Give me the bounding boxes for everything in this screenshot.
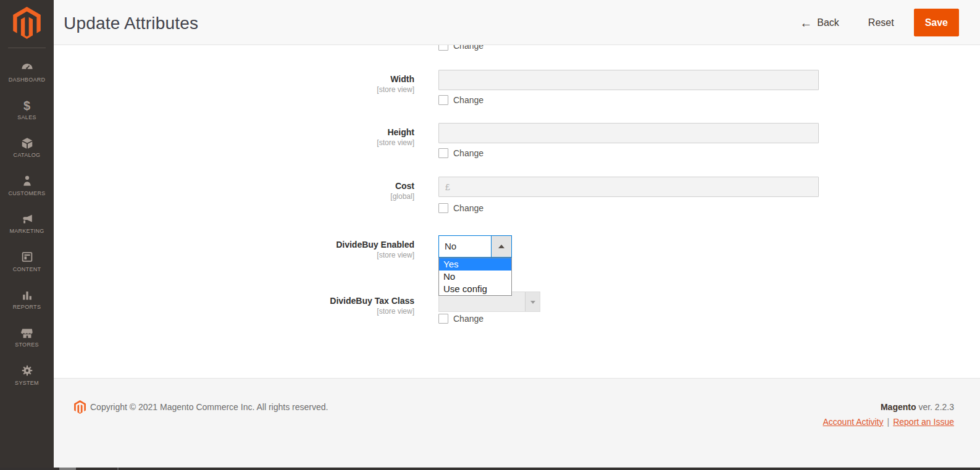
change-label[interactable]: Change <box>453 95 484 105</box>
magento-admin-page: DASHBOARD $ SALES CATALOG <box>0 0 980 470</box>
sidebar-nav: DASHBOARD $ SALES CATALOG <box>0 52 54 394</box>
sidebar: DASHBOARD $ SALES CATALOG <box>0 0 54 470</box>
form-layer: Change Width [store view] Change Height … <box>0 0 980 470</box>
page-header: Update Attributes ← Back Reset Save <box>54 0 980 45</box>
sidebar-item-label: SALES <box>17 114 36 120</box>
field-scope: [store view] <box>185 306 414 316</box>
field-scope: [global] <box>185 191 414 201</box>
sidebar-item-stores[interactable]: STORES <box>0 318 54 356</box>
sidebar-item-customers[interactable]: CUSTOMERS <box>0 166 54 204</box>
width-input <box>438 70 819 90</box>
sidebar-divider <box>8 48 46 48</box>
field-label-width: Width [store view] <box>185 73 414 94</box>
sidebar-item-label: STORES <box>15 342 39 348</box>
sidebar-item-dashboard[interactable]: DASHBOARD <box>0 52 54 90</box>
strip-segment <box>59 468 76 470</box>
field-scope: [store view] <box>185 250 414 260</box>
field-label-height: Height [store view] <box>185 127 414 148</box>
change-row-height: Change <box>438 148 484 158</box>
sidebar-item-content[interactable]: CONTENT <box>0 242 54 280</box>
sidebar-item-label: SYSTEM <box>15 380 39 386</box>
dividebuy-enabled-options: Yes No Use config <box>438 258 512 296</box>
marketing-icon <box>20 212 34 226</box>
option-use-config[interactable]: Use config <box>439 283 511 295</box>
option-yes[interactable]: Yes <box>439 258 511 271</box>
field-label-dividebuy-tax-class: DivideBuy Tax Class [store view] <box>185 295 414 316</box>
change-label[interactable]: Change <box>453 148 484 158</box>
field-title: Height <box>185 127 414 138</box>
back-button[interactable]: ← Back <box>800 17 839 28</box>
customers-icon <box>20 174 34 188</box>
chevron-down-icon <box>525 292 540 311</box>
dividebuy-enabled-select[interactable]: No <box>438 235 512 258</box>
change-label[interactable]: Change <box>453 203 484 213</box>
field-title: DivideBuy Enabled <box>185 239 414 250</box>
sales-icon: $ <box>23 98 30 112</box>
sidebar-item-marketing[interactable]: MARKETING <box>0 204 54 242</box>
dashboard-icon <box>20 61 34 75</box>
sidebar-item-label: REPORTS <box>13 304 41 310</box>
sidebar-item-reports[interactable]: REPORTS <box>0 280 54 317</box>
field-label-dividebuy-enabled: DivideBuy Enabled [store view] <box>185 239 414 260</box>
change-checkbox[interactable] <box>438 203 448 213</box>
sidebar-item-label: CONTENT <box>13 266 41 272</box>
field-title: Width <box>185 73 414 85</box>
reset-button[interactable]: Reset <box>868 17 894 28</box>
sidebar-item-label: CUSTOMERS <box>8 190 45 196</box>
reports-icon <box>20 288 34 302</box>
header-actions: ← Back Reset Save <box>800 0 959 45</box>
catalog-icon <box>20 136 34 150</box>
bottom-edge-strip <box>0 468 980 470</box>
field-title: Cost <box>185 180 414 191</box>
sidebar-item-label: MARKETING <box>9 228 44 234</box>
select-value: No <box>445 236 456 257</box>
sidebar-item-label: CATALOG <box>14 152 41 158</box>
sidebar-item-system[interactable]: SYSTEM <box>0 356 54 393</box>
strip-segment <box>117 468 119 470</box>
content-icon <box>20 250 34 264</box>
system-icon <box>20 364 34 378</box>
field-label-cost: Cost [global] <box>185 180 414 201</box>
change-row-cost: Change <box>438 203 484 213</box>
chevron-up-icon[interactable] <box>491 236 511 257</box>
cost-input <box>438 177 819 197</box>
change-row-width: Change <box>438 95 484 105</box>
height-input <box>438 123 819 143</box>
sidebar-item-catalog[interactable]: CATALOG <box>0 128 54 166</box>
page-title: Update Attributes <box>64 14 198 33</box>
save-button[interactable]: Save <box>914 9 959 36</box>
magento-logo-icon[interactable] <box>13 7 41 39</box>
stores-icon <box>20 325 34 340</box>
back-button-label: Back <box>817 17 839 28</box>
sidebar-item-sales[interactable]: $ SALES <box>0 90 54 128</box>
sidebar-item-label: DASHBOARD <box>9 77 46 83</box>
back-arrow-icon: ← <box>800 18 812 28</box>
change-row-tax-class: Change <box>438 314 484 324</box>
field-scope: [store view] <box>185 138 414 148</box>
change-checkbox[interactable] <box>438 95 448 105</box>
field-scope: [store view] <box>185 85 414 94</box>
field-title: DivideBuy Tax Class <box>185 295 414 306</box>
change-checkbox[interactable] <box>438 148 448 158</box>
change-label[interactable]: Change <box>453 314 484 324</box>
change-checkbox[interactable] <box>438 314 448 324</box>
option-no[interactable]: No <box>439 271 511 283</box>
